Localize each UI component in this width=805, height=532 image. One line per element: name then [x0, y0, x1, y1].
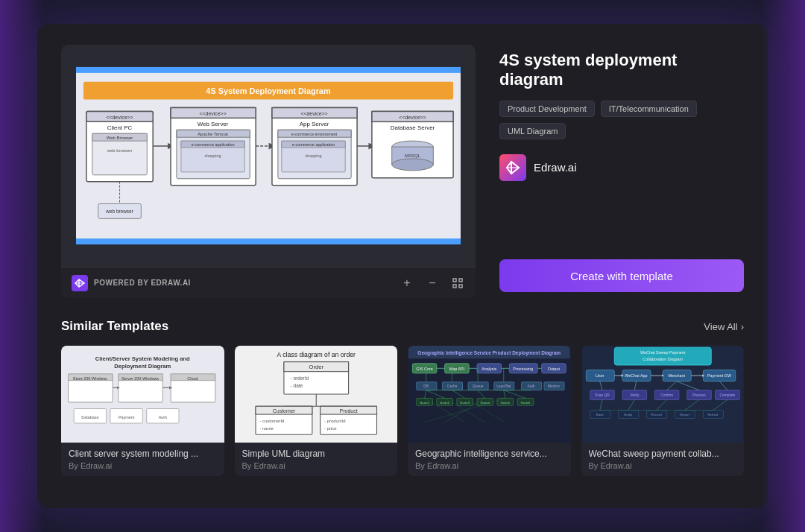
section-header: Similar Templates View All ›	[61, 319, 744, 334]
svg-text:Queue: Queue	[473, 384, 484, 388]
svg-text:- date: - date	[290, 383, 303, 388]
svg-text:Store 200-Wireless: Store 200-Wireless	[73, 376, 107, 381]
template-info-2: Simple UML diagram By Edraw.ai	[235, 443, 398, 476]
svg-text:User: User	[596, 373, 604, 378]
svg-rect-52	[453, 285, 456, 288]
svg-text:Web Browser: Web Browser	[107, 136, 133, 140]
svg-text:Product: Product	[339, 408, 357, 414]
svg-text:Node2: Node2	[440, 401, 449, 405]
template-card-3[interactable]: Geographic Intelligence Service Product …	[408, 346, 571, 476]
svg-text:Apache Tomcat: Apache Tomcat	[198, 132, 228, 136]
svg-text:Monitor: Monitor	[548, 384, 561, 388]
template-thumb-4: WeChat Sweep Payment Collaboration Diagr…	[581, 346, 745, 443]
svg-text:Process: Process	[692, 393, 706, 397]
tags-row: Product Development IT/Telecommunication…	[499, 101, 744, 139]
svg-text:- name: - name	[259, 426, 274, 431]
svg-text:WeChat App: WeChat App	[625, 373, 647, 378]
svg-text:web browser: web browser	[107, 148, 133, 153]
tag-product: Product Development	[499, 101, 595, 117]
svg-text:Server 200-Windows: Server 200-Windows	[121, 376, 159, 381]
svg-text:MSSQL: MSSQL	[405, 153, 420, 158]
diagram-area: 4S System Deployment Diagram <<device>> …	[61, 45, 476, 267]
zoom-out-button[interactable]: −	[425, 276, 440, 291]
template-name-3: Geographic intelligence service...	[415, 449, 564, 459]
svg-text:WeChat Sweep Payment: WeChat Sweep Payment	[640, 350, 686, 355]
fullscreen-button[interactable]	[450, 276, 465, 291]
preview-container: 4S System Deployment Diagram <<device>> …	[61, 45, 476, 298]
svg-text:shopping: shopping	[205, 153, 221, 158]
svg-text:Load Bal: Load Bal	[496, 384, 511, 388]
svg-text:Verify: Verify	[630, 393, 640, 397]
svg-rect-4	[76, 238, 461, 244]
template-author-4: By Edraw.ai	[589, 461, 737, 470]
app-window: 4S System Deployment Diagram <<device>> …	[37, 24, 768, 508]
template-info-1: Client server system modeling ... By Edr…	[61, 443, 224, 476]
svg-text:Payment: Payment	[119, 415, 135, 419]
svg-rect-51	[459, 279, 462, 282]
svg-text:shopping: shopping	[305, 153, 321, 158]
similar-templates-section: Similar Templates View All › Client/Serv…	[61, 319, 744, 476]
preview-footer: POWERED BY EDRAW.AI + −	[61, 267, 476, 298]
template-author-3: By Edraw.ai	[415, 461, 564, 470]
svg-text:Node1: Node1	[420, 401, 429, 405]
svg-text:- orderId: - orderId	[290, 376, 309, 381]
svg-text:Web Server: Web Server	[198, 121, 229, 127]
svg-text:Cache: Cache	[446, 384, 457, 388]
author-logo	[499, 154, 526, 181]
svg-text:Bank: Bank	[596, 413, 604, 417]
svg-point-44	[392, 159, 434, 171]
template-info-3: Geographic intelligence service... By Ed…	[408, 443, 571, 476]
create-template-button[interactable]: Create with template	[499, 259, 744, 292]
tag-it: IT/Telecommunication	[601, 101, 697, 117]
view-all-button[interactable]: View All ›	[704, 321, 744, 332]
svg-text:Client PC: Client PC	[107, 124, 133, 131]
svg-text:Scan QR: Scan QR	[595, 393, 610, 397]
template-thumb-3: Geographic Intelligence Service Product …	[408, 346, 571, 443]
svg-text:<<device>>: <<device>>	[106, 115, 133, 120]
template-card-4[interactable]: WeChat Sweep Payment Collaboration Diagr…	[581, 346, 745, 476]
svg-rect-95	[408, 346, 570, 443]
svg-text:- productId: - productId	[324, 419, 345, 423]
svg-text:Database Server: Database Server	[391, 124, 435, 131]
svg-text:e-commerce environment: e-commerce environment	[291, 132, 338, 136]
svg-text:Output: Output	[548, 367, 561, 371]
powered-by-label: POWERED BY EDRAW.AI	[94, 279, 191, 287]
svg-text:Geographic Intelligence Servic: Geographic Intelligence Service Product …	[417, 350, 561, 356]
diagram-title: 4S system deployment diagram	[499, 51, 744, 90]
svg-text:Refund: Refund	[707, 413, 719, 417]
svg-text:Merchant: Merchant	[668, 373, 685, 378]
template-thumb-2: A class diagram of an order Order - orde…	[235, 346, 398, 443]
svg-text:web browser: web browser	[105, 209, 133, 214]
svg-text:GIS Core: GIS Core	[416, 367, 433, 371]
edraw-branding: POWERED BY EDRAW.AI	[72, 275, 191, 291]
templates-grid: Client/Server System Modeling and Deploy…	[61, 346, 744, 476]
svg-text:Deployment Diagram: Deployment Diagram	[114, 363, 171, 370]
svg-text:4S System Deployment Diagram: 4S System Deployment Diagram	[206, 86, 331, 95]
top-section: 4S System Deployment Diagram <<device>> …	[61, 45, 744, 298]
svg-text:<<device>>: <<device>>	[399, 115, 426, 120]
svg-text:Order: Order	[309, 364, 323, 370]
template-name-1: Client server system modeling ...	[69, 449, 217, 459]
svg-rect-50	[453, 279, 456, 282]
template-info-4: WeChat sweep payment collab... By Edraw.…	[581, 443, 745, 476]
similar-templates-title: Similar Templates	[61, 319, 168, 334]
svg-text:e-commerce application: e-commerce application	[192, 142, 235, 147]
svg-text:DB: DB	[423, 384, 429, 388]
svg-text:Database: Database	[81, 415, 98, 419]
svg-text:Confirm: Confirm	[660, 393, 673, 397]
svg-text:Report: Report	[680, 413, 690, 417]
preview-controls: + −	[400, 276, 465, 291]
template-name-2: Simple UML diagram	[242, 449, 391, 459]
info-panel: 4S system deployment diagram Product Dev…	[499, 45, 744, 298]
svg-text:Node3: Node3	[460, 401, 470, 405]
svg-text:Auth: Auth	[159, 415, 167, 419]
svg-text:Client/Server System Modeling : Client/Server System Modeling and	[95, 355, 190, 362]
template-card-1[interactable]: Client/Server System Modeling and Deploy…	[61, 346, 224, 476]
svg-text:Collaboration Diagram: Collaboration Diagram	[643, 357, 683, 361]
template-card-2[interactable]: A class diagram of an order Order - orde…	[235, 346, 398, 476]
svg-text:Node5: Node5	[501, 401, 511, 405]
zoom-in-button[interactable]: +	[400, 276, 414, 291]
svg-text:<<device>>: <<device>>	[199, 111, 226, 116]
svg-text:A class diagram of an order: A class diagram of an order	[277, 351, 355, 358]
svg-text:Payment GW: Payment GW	[707, 373, 732, 378]
